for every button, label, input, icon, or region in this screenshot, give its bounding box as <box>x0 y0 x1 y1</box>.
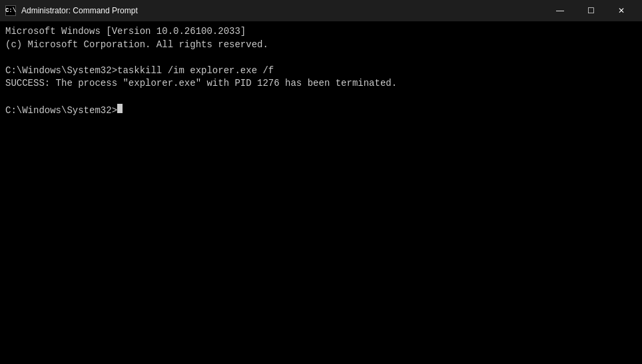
terminal-cursor <box>117 104 123 113</box>
minimize-button[interactable]: — <box>545 0 575 21</box>
terminal-line-2: (c) Microsoft Corporation. All rights re… <box>5 39 637 52</box>
title-bar: C:\ Administrator: Command Prompt — ☐ ✕ <box>0 0 642 21</box>
terminal-prompt: C:\Windows\System32> <box>5 104 117 118</box>
app-icon: C:\ <box>5 5 16 16</box>
terminal-line-4: C:\Windows\System32>taskkill /im explore… <box>5 65 637 78</box>
terminal-body[interactable]: Microsoft Windows [Version 10.0.26100.20… <box>0 21 642 364</box>
window-title: Administrator: Command Prompt <box>21 6 545 15</box>
window-controls: — ☐ ✕ <box>545 0 637 21</box>
terminal-line-3 <box>5 51 637 65</box>
terminal-prompt-line: C:\Windows\System32> <box>5 104 637 118</box>
maximize-button[interactable]: ☐ <box>575 0 606 21</box>
terminal-line-5: SUCCESS: The process "explorer.exe" with… <box>5 77 637 91</box>
terminal-line-6 <box>5 91 637 104</box>
cmd-icon-graphic: C:\ <box>5 5 16 16</box>
window: C:\ Administrator: Command Prompt — ☐ ✕ … <box>0 0 642 364</box>
close-button[interactable]: ✕ <box>606 0 637 21</box>
terminal-line-1: Microsoft Windows [Version 10.0.26100.20… <box>5 25 637 39</box>
